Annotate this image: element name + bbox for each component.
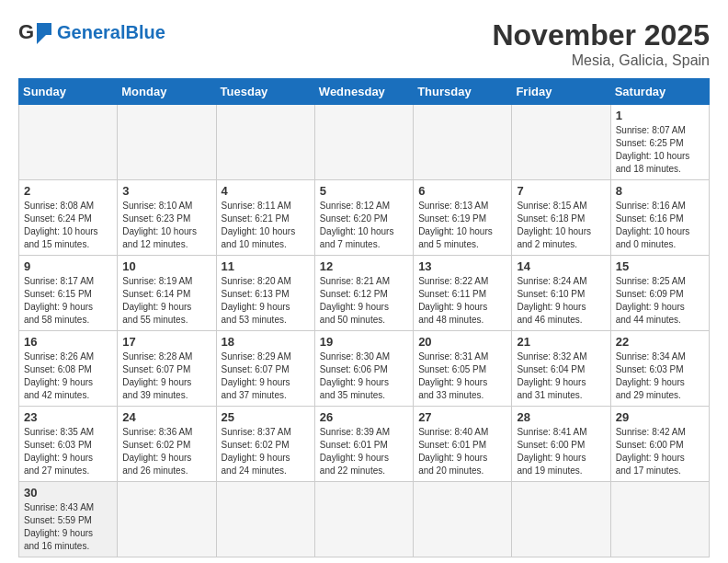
page-header: G GeneralBlue November 2025 Mesia, Galic… bbox=[18, 18, 710, 69]
calendar-cell: 2Sunrise: 8:08 AM Sunset: 6:24 PM Daylig… bbox=[19, 180, 118, 256]
calendar-cell: 15Sunrise: 8:25 AM Sunset: 6:09 PM Dayli… bbox=[610, 256, 709, 331]
day-number: 5 bbox=[320, 184, 408, 198]
calendar-cell: 26Sunrise: 8:39 AM Sunset: 6:01 PM Dayli… bbox=[314, 407, 413, 482]
day-info: Sunrise: 8:20 AM Sunset: 6:13 PM Dayligh… bbox=[222, 275, 310, 327]
day-number: 1 bbox=[616, 109, 704, 122]
day-number: 2 bbox=[24, 184, 112, 198]
calendar-cell: 7Sunrise: 8:15 AM Sunset: 6:18 PM Daylig… bbox=[512, 180, 610, 256]
day-number: 11 bbox=[222, 259, 310, 273]
day-info: Sunrise: 8:31 AM Sunset: 6:05 PM Dayligh… bbox=[418, 350, 506, 402]
day-info: Sunrise: 8:30 AM Sunset: 6:06 PM Dayligh… bbox=[320, 350, 408, 402]
logo: G GeneralBlue bbox=[18, 18, 165, 46]
day-number: 19 bbox=[320, 335, 408, 349]
calendar-cell: 14Sunrise: 8:24 AM Sunset: 6:10 PM Dayli… bbox=[512, 256, 610, 331]
calendar-cell: 25Sunrise: 8:37 AM Sunset: 6:02 PM Dayli… bbox=[216, 407, 314, 482]
day-info: Sunrise: 8:26 AM Sunset: 6:08 PM Dayligh… bbox=[24, 350, 112, 402]
calendar-cell: 23Sunrise: 8:35 AM Sunset: 6:03 PM Dayli… bbox=[19, 407, 118, 482]
day-number: 4 bbox=[222, 184, 310, 198]
calendar-cell: 29Sunrise: 8:42 AM Sunset: 6:00 PM Dayli… bbox=[610, 407, 709, 482]
calendar-cell: 17Sunrise: 8:28 AM Sunset: 6:07 PM Dayli… bbox=[118, 331, 216, 407]
day-info: Sunrise: 8:41 AM Sunset: 6:00 PM Dayligh… bbox=[517, 426, 605, 477]
day-info: Sunrise: 8:29 AM Sunset: 6:07 PM Dayligh… bbox=[222, 350, 310, 402]
calendar-cell bbox=[314, 482, 413, 557]
day-info: Sunrise: 8:32 AM Sunset: 6:04 PM Dayligh… bbox=[517, 350, 605, 402]
day-number: 13 bbox=[418, 259, 506, 273]
location-subtitle: Mesia, Galicia, Spain bbox=[492, 52, 710, 69]
day-number: 12 bbox=[320, 259, 408, 273]
svg-marker-1 bbox=[37, 23, 51, 35]
calendar-cell: 6Sunrise: 8:13 AM Sunset: 6:19 PM Daylig… bbox=[414, 180, 512, 256]
day-number: 21 bbox=[517, 335, 605, 349]
calendar-cell: 28Sunrise: 8:41 AM Sunset: 6:00 PM Dayli… bbox=[512, 407, 610, 482]
logo-general: General bbox=[57, 22, 125, 42]
calendar-cell bbox=[512, 482, 610, 557]
calendar-cell: 22Sunrise: 8:34 AM Sunset: 6:03 PM Dayli… bbox=[610, 331, 709, 407]
day-info: Sunrise: 8:13 AM Sunset: 6:19 PM Dayligh… bbox=[418, 200, 506, 251]
day-info: Sunrise: 8:08 AM Sunset: 6:24 PM Dayligh… bbox=[24, 200, 112, 251]
day-number: 7 bbox=[517, 184, 605, 198]
day-number: 15 bbox=[616, 259, 704, 273]
calendar-cell: 30Sunrise: 8:43 AM Sunset: 5:59 PM Dayli… bbox=[19, 482, 118, 557]
day-info: Sunrise: 8:39 AM Sunset: 6:01 PM Dayligh… bbox=[320, 426, 408, 477]
day-info: Sunrise: 8:17 AM Sunset: 6:15 PM Dayligh… bbox=[24, 275, 112, 327]
logo-blue: Blue bbox=[125, 22, 165, 42]
day-info: Sunrise: 8:28 AM Sunset: 6:07 PM Dayligh… bbox=[122, 350, 210, 402]
day-info: Sunrise: 8:16 AM Sunset: 6:16 PM Dayligh… bbox=[616, 200, 704, 251]
calendar-cell bbox=[314, 105, 413, 180]
day-info: Sunrise: 8:21 AM Sunset: 6:12 PM Dayligh… bbox=[320, 275, 408, 327]
day-info: Sunrise: 8:19 AM Sunset: 6:14 PM Dayligh… bbox=[122, 275, 210, 327]
day-number: 14 bbox=[517, 259, 605, 273]
day-info: Sunrise: 8:42 AM Sunset: 6:00 PM Dayligh… bbox=[616, 426, 704, 477]
calendar-cell: 3Sunrise: 8:10 AM Sunset: 6:23 PM Daylig… bbox=[118, 180, 216, 256]
day-info: Sunrise: 8:12 AM Sunset: 6:20 PM Dayligh… bbox=[320, 200, 408, 251]
svg-marker-2 bbox=[37, 35, 46, 44]
day-info: Sunrise: 8:11 AM Sunset: 6:21 PM Dayligh… bbox=[222, 200, 310, 251]
day-number: 25 bbox=[222, 410, 310, 424]
day-of-week-header: Monday bbox=[118, 79, 216, 105]
day-number: 18 bbox=[222, 335, 310, 349]
day-info: Sunrise: 8:34 AM Sunset: 6:03 PM Dayligh… bbox=[616, 350, 704, 402]
day-of-week-header: Thursday bbox=[414, 79, 512, 105]
day-number: 16 bbox=[24, 335, 112, 349]
day-info: Sunrise: 8:40 AM Sunset: 6:01 PM Dayligh… bbox=[418, 426, 506, 477]
calendar-cell: 27Sunrise: 8:40 AM Sunset: 6:01 PM Dayli… bbox=[414, 407, 512, 482]
calendar-cell bbox=[216, 105, 314, 180]
calendar-cell: 9Sunrise: 8:17 AM Sunset: 6:15 PM Daylig… bbox=[19, 256, 118, 331]
day-number: 9 bbox=[24, 259, 112, 273]
calendar-header-row: SundayMondayTuesdayWednesdayThursdayFrid… bbox=[19, 79, 710, 105]
calendar-cell: 11Sunrise: 8:20 AM Sunset: 6:13 PM Dayli… bbox=[216, 256, 314, 331]
calendar-table: SundayMondayTuesdayWednesdayThursdayFrid… bbox=[18, 78, 710, 557]
day-number: 22 bbox=[616, 335, 704, 349]
calendar-cell: 4Sunrise: 8:11 AM Sunset: 6:21 PM Daylig… bbox=[216, 180, 314, 256]
logo-icon: G bbox=[18, 18, 51, 46]
month-title: November 2025 bbox=[492, 18, 710, 52]
day-info: Sunrise: 8:15 AM Sunset: 6:18 PM Dayligh… bbox=[517, 200, 605, 251]
calendar-cell: 8Sunrise: 8:16 AM Sunset: 6:16 PM Daylig… bbox=[610, 180, 709, 256]
day-number: 29 bbox=[616, 410, 704, 424]
calendar-cell bbox=[118, 482, 216, 557]
day-number: 3 bbox=[122, 184, 210, 198]
calendar-cell: 5Sunrise: 8:12 AM Sunset: 6:20 PM Daylig… bbox=[314, 180, 413, 256]
day-info: Sunrise: 8:37 AM Sunset: 6:02 PM Dayligh… bbox=[222, 426, 310, 477]
day-number: 17 bbox=[122, 335, 210, 349]
calendar-cell bbox=[19, 105, 118, 180]
calendar-cell: 20Sunrise: 8:31 AM Sunset: 6:05 PM Dayli… bbox=[414, 331, 512, 407]
day-number: 24 bbox=[122, 410, 210, 424]
day-number: 20 bbox=[418, 335, 506, 349]
calendar-cell: 16Sunrise: 8:26 AM Sunset: 6:08 PM Dayli… bbox=[19, 331, 118, 407]
calendar-cell: 13Sunrise: 8:22 AM Sunset: 6:11 PM Dayli… bbox=[414, 256, 512, 331]
calendar-cell bbox=[512, 105, 610, 180]
calendar-cell bbox=[414, 482, 512, 557]
day-number: 8 bbox=[616, 184, 704, 198]
day-info: Sunrise: 8:43 AM Sunset: 5:59 PM Dayligh… bbox=[24, 501, 112, 553]
day-of-week-header: Tuesday bbox=[216, 79, 314, 105]
day-info: Sunrise: 8:07 AM Sunset: 6:25 PM Dayligh… bbox=[616, 124, 704, 176]
day-number: 10 bbox=[122, 259, 210, 273]
day-number: 23 bbox=[24, 410, 112, 424]
day-info: Sunrise: 8:10 AM Sunset: 6:23 PM Dayligh… bbox=[122, 200, 210, 251]
day-info: Sunrise: 8:22 AM Sunset: 6:11 PM Dayligh… bbox=[418, 275, 506, 327]
day-info: Sunrise: 8:36 AM Sunset: 6:02 PM Dayligh… bbox=[122, 426, 210, 477]
calendar-cell: 18Sunrise: 8:29 AM Sunset: 6:07 PM Dayli… bbox=[216, 331, 314, 407]
day-number: 6 bbox=[418, 184, 506, 198]
title-block: November 2025 Mesia, Galicia, Spain bbox=[492, 18, 710, 69]
